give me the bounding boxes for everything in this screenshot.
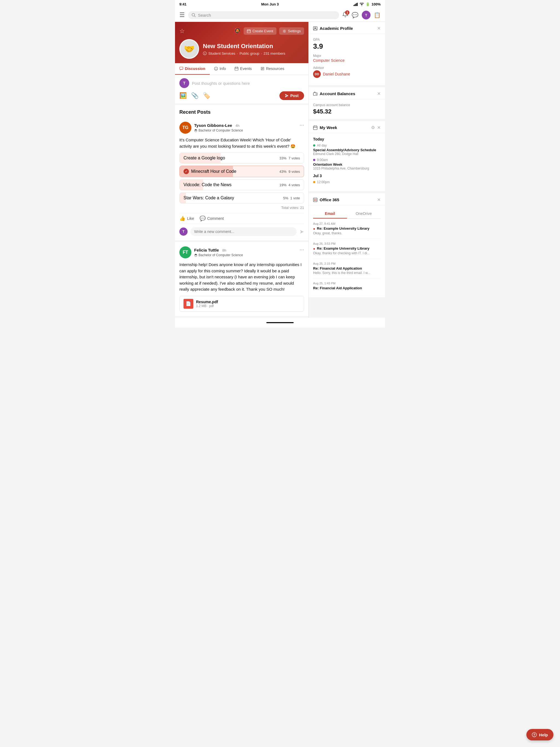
my-week-title: My Week	[313, 125, 337, 130]
post-button[interactable]: Post	[279, 91, 304, 100]
poll-option-3[interactable]: Vidcode: Code the News 19% 4 votes	[179, 179, 304, 190]
nav-icons: 3 💬 T 📋	[342, 11, 381, 19]
notifications-mute-icon[interactable]: 🔕	[234, 27, 241, 35]
tab-events[interactable]: Events	[230, 63, 256, 75]
o365-tab-email[interactable]: Email	[313, 209, 347, 218]
image-upload-icon[interactable]: 🖼️	[179, 92, 187, 99]
tab-discussion[interactable]: Discussion	[175, 63, 210, 75]
tab-events-label: Events	[240, 67, 252, 71]
office365-body: Email OneDrive Aug 27, 8:41 AM ● Re: Exa…	[309, 205, 385, 297]
comment-button-1[interactable]: 💬 Comment	[200, 215, 224, 222]
poll-option-label-4: Star Wars: Code a Galaxy	[183, 196, 234, 200]
office365-tabs: Email OneDrive	[313, 209, 381, 219]
create-event-button[interactable]: Create Event	[244, 27, 276, 35]
event-dot-yellow	[313, 181, 315, 183]
email-subject-3[interactable]: Re: Financial Aid Application	[313, 266, 381, 271]
notification-bell[interactable]: 3	[342, 11, 348, 19]
post-author-2: FT Felicia Tuttle 8h Bachelor of Compute…	[179, 247, 243, 258]
poll-option-2[interactable]: ✓ Minecraft Hour of Code 43% 9 votes	[179, 166, 304, 177]
my-week-close[interactable]: ✕	[377, 125, 381, 130]
send-icon	[285, 94, 289, 98]
author-name-2: Felicia Tuttle	[194, 248, 219, 252]
tag-icon[interactable]: 🏷️	[203, 92, 210, 99]
search-bar[interactable]: Search	[188, 11, 339, 19]
poll-option-1[interactable]: Create a Google logo 33% 7 votes	[179, 153, 304, 163]
event-allday-title: Special Assembly/Advisory Schedule	[313, 148, 381, 152]
svg-rect-34	[314, 200, 315, 201]
attachment-icon[interactable]: 📎	[191, 92, 199, 99]
settings-label: Settings	[288, 29, 301, 33]
graduation-icon-2	[194, 254, 198, 257]
event-dot-green	[313, 145, 315, 147]
post-time-1: 4h	[235, 124, 239, 128]
svg-rect-27	[313, 126, 317, 130]
academic-profile-header: Academic Profile ✕	[309, 22, 385, 34]
poll-stats-4: 5% 1 vote	[283, 196, 300, 200]
like-label-1: Like	[187, 216, 194, 221]
recent-posts-title: Recent Posts	[175, 105, 308, 117]
author-role-2: Bachelor of Computer Science	[194, 253, 243, 257]
svg-point-10	[284, 30, 285, 32]
poll-stats-3: 19% 4 votes	[279, 183, 300, 187]
email-item-2: Aug 26, 3:53 PM ● Re: Example University…	[313, 242, 381, 259]
settings-button[interactable]: Settings	[279, 27, 304, 35]
my-week-widget: My Week ⚙ ✕ Today All day Special Assemb…	[309, 121, 385, 191]
group-category: Student Services	[208, 51, 235, 55]
email-preview-2: Okay, thanks for checking with IT. I di.…	[313, 251, 381, 255]
post-more-btn-2[interactable]: ···	[299, 247, 304, 253]
svg-rect-32	[314, 199, 315, 200]
jul3-label: Jul 3	[313, 174, 381, 178]
comment-field-1[interactable]	[190, 227, 297, 236]
o365-tab-onedrive[interactable]: OneDrive	[347, 209, 381, 218]
post-card-1: TG Tyson Gibbons-Lee 4h Bachelor of Comp…	[175, 117, 308, 242]
group-meta: i Student Services · Public group · 231 …	[203, 51, 285, 55]
post-more-btn-1[interactable]: ···	[299, 122, 304, 128]
my-week-settings-icon[interactable]: ⚙	[371, 125, 375, 130]
tab-resources-label: Resources	[266, 67, 284, 71]
email-date-4: Aug 25, 1:43 PM	[313, 282, 381, 285]
star-icon[interactable]: ☆	[179, 28, 185, 35]
academic-profile-close[interactable]: ✕	[377, 26, 381, 31]
info-tab-icon: i	[214, 67, 218, 71]
poll-stats-1: 33% 7 votes	[279, 156, 300, 160]
svg-rect-1	[355, 4, 355, 6]
status-date: Mon Jun 3	[261, 2, 279, 6]
account-balances-body: Campus account balance $45.32	[309, 99, 385, 119]
email-subject-1[interactable]: ● Re: Example University Library	[313, 226, 381, 231]
author-role-text-1: Bachelor of Computer Science	[199, 129, 243, 132]
week-icon	[313, 126, 317, 130]
unread-dot-1: ●	[313, 227, 315, 231]
email-list: Aug 27, 8:41 AM ● Re: Example University…	[313, 222, 381, 293]
composer-avatar: T	[179, 78, 189, 88]
poll-total: Total votes: 21	[179, 206, 304, 210]
svg-rect-6	[247, 30, 251, 33]
tab-info[interactable]: i Info	[210, 63, 230, 75]
tab-resources[interactable]: Resources	[256, 63, 289, 75]
account-balances-close[interactable]: ✕	[377, 91, 381, 96]
svg-rect-3	[357, 3, 358, 6]
composer-placeholder[interactable]: Post thoughts or questions here	[192, 81, 304, 85]
post-header-2: FT Felicia Tuttle 8h Bachelor of Compute…	[179, 247, 304, 258]
unread-dot-2: ●	[313, 247, 315, 251]
like-button-1[interactable]: 👍 Like	[179, 215, 194, 222]
email-subject-4[interactable]: Re: Financial Aid Application	[313, 286, 381, 290]
bookmark-icon[interactable]: 📋	[374, 12, 381, 18]
email-item-4: Aug 25, 1:43 PM Re: Financial Aid Applic…	[313, 282, 381, 293]
chat-icon[interactable]: 💬	[352, 12, 358, 18]
user-avatar-nav[interactable]: T	[362, 11, 371, 19]
comment-send-btn-1[interactable]: ➤	[299, 228, 304, 235]
post-body-2: Internship help! Does anyone know of any…	[179, 262, 304, 292]
office365-close[interactable]: ✕	[377, 197, 381, 202]
event-allday-location: Edmund Clark 280, Dodge Hall	[313, 152, 381, 156]
tab-info-label: Info	[220, 67, 226, 71]
email-date-1: Aug 27, 8:41 AM	[313, 222, 381, 225]
poll-option-4[interactable]: Star Wars: Code a Galaxy 5% 1 vote	[179, 192, 304, 203]
comment-icon: 💬	[200, 215, 206, 222]
email-subject-2[interactable]: ● Re: Example University Library	[313, 247, 381, 251]
like-icon: 👍	[179, 215, 185, 222]
author-role-1: Bachelor of Computer Science	[194, 129, 243, 132]
menu-icon[interactable]: ☰	[179, 11, 185, 19]
group-info: 🤝 New Student Orientation i Student Serv…	[179, 39, 304, 63]
group-name: New Student Orientation	[203, 43, 285, 50]
email-date-3: Aug 25, 2:15 PM	[313, 262, 381, 265]
